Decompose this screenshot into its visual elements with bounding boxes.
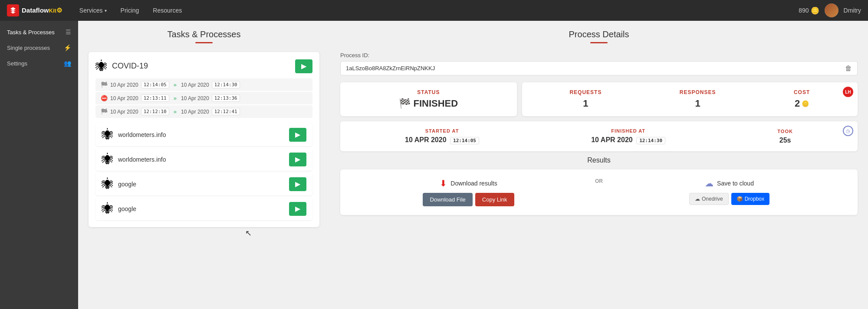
list-icon: ☰ xyxy=(66,29,71,36)
cloud-header: ☁ Save to cloud xyxy=(705,178,754,189)
run-subtask-button[interactable]: ▶ xyxy=(289,202,306,216)
error-icon: ⛔ xyxy=(101,95,108,101)
list-item[interactable]: 🕷 worldometers.info ▶ xyxy=(95,148,312,171)
proc-date1: 10 Apr 2020 xyxy=(110,95,138,101)
responses-metric: RESPONSES 1 xyxy=(680,89,716,109)
results-title: Results xyxy=(340,156,858,164)
cost-label: COST xyxy=(794,89,810,95)
avatar-image xyxy=(825,3,838,17)
finished-at-item: FINISHED AT 10 APR 2020 12:14:30 xyxy=(591,128,665,144)
nav-services[interactable]: Services ▾ xyxy=(72,0,114,21)
stats-row: STATUS 🏁 FINISHED LH REQUESTS 1 RESPONSE… xyxy=(340,82,858,116)
dropbox-icon: 📦 xyxy=(736,196,743,202)
avatar[interactable] xyxy=(825,3,838,17)
sub-task-name: google xyxy=(118,181,136,188)
cloud-icon: ☁ xyxy=(705,178,713,189)
requests-label: REQUESTS xyxy=(569,89,602,95)
bolt-icon: ⚡ xyxy=(64,44,71,51)
run-subtask-button[interactable]: ▶ xyxy=(289,177,306,191)
left-panel-underline xyxy=(195,42,213,43)
sidebar-item-single-processes[interactable]: Single processes ⚡ xyxy=(0,40,78,55)
sidebar-single-label: Single processes xyxy=(7,45,50,51)
finished-at-time: 12:14:30 xyxy=(636,137,665,144)
run-subtask-button[interactable]: ▶ xyxy=(289,153,306,166)
status-label: STATUS xyxy=(417,89,440,95)
dropbox-button[interactable]: 📦 Dropbox xyxy=(731,193,769,205)
proc-time1: 12:14:05 xyxy=(141,81,169,88)
responses-label: RESPONSES xyxy=(680,89,716,95)
arrow-icon: » xyxy=(174,108,177,115)
sidebar-item-settings[interactable]: Settings 👥 xyxy=(0,55,78,71)
cloud-buttons: ☁ Onedrive 📦 Dropbox xyxy=(689,193,769,205)
proc-time2: 12:14:30 xyxy=(212,81,240,88)
requests-value: 1 xyxy=(569,98,602,109)
cost-metric: COST 2 🪙 xyxy=(794,89,810,109)
table-row[interactable]: ⛔ 10 Apr 2020 12:13:11 » 10 Apr 2020 12:… xyxy=(95,92,312,104)
top-navigation: DataflowKit⚙ Services ▾ Pricing Resource… xyxy=(0,0,868,21)
flag-icon: 🏁 xyxy=(101,81,108,88)
sidebar-item-tasks-processes[interactable]: Tasks & Processes ☰ xyxy=(0,24,78,40)
or-divider: OR xyxy=(588,178,610,184)
status-text: FINISHED xyxy=(413,98,458,109)
proc-date2: 10 Apr 2020 xyxy=(181,95,209,101)
cost-coin-icon: 🪙 xyxy=(802,100,809,107)
list-item[interactable]: 🕷 google ▶ xyxy=(95,172,312,195)
sub-tasks-list: 🕷 worldometers.info ▶ 🕷 worldometers.inf… xyxy=(95,123,312,220)
left-panel-title: Tasks & Processes xyxy=(89,29,319,39)
task-name: COVID-19 xyxy=(112,62,148,71)
credits-value: 890 xyxy=(799,7,809,14)
started-at-label: STARTED AT xyxy=(405,128,479,133)
started-at-item: STARTED AT 10 APR 2020 12:14:05 xyxy=(405,128,479,144)
copy-link-button[interactable]: Copy Link xyxy=(475,193,514,206)
logo-text: DataflowKit⚙ xyxy=(22,7,62,14)
cost-value: 2 🪙 xyxy=(794,98,810,109)
process-id-delete-button[interactable]: 🗑 xyxy=(840,61,858,75)
logo-icon xyxy=(7,4,19,16)
proc-time2: 12:12:41 xyxy=(212,108,240,115)
metrics-card: LH REQUESTS 1 RESPONSES 1 COST 2 🪙 xyxy=(522,82,858,116)
onedrive-button[interactable]: ☁ Onedrive xyxy=(689,193,729,205)
logo-gear: ⚙ xyxy=(56,7,62,14)
results-inner: ⬇ Download results Download File Copy Li… xyxy=(349,178,849,206)
spider-icon: 🕷 xyxy=(102,127,114,142)
right-panel: Process Details Process ID: 🗑 STATUS 🏁 F… xyxy=(330,21,868,309)
download-title: Download results xyxy=(450,180,497,187)
took-value: 25s xyxy=(777,137,793,144)
cloud-title: Save to cloud xyxy=(717,180,754,187)
table-row[interactable]: 🏁 10 Apr 2020 12:14:05 » 10 Apr 2020 12:… xyxy=(95,78,312,91)
process-id-label: Process ID: xyxy=(340,52,858,59)
proc-time1: 12:12:10 xyxy=(141,108,169,115)
nav-pricing[interactable]: Pricing xyxy=(114,0,146,21)
process-rows: 🏁 10 Apr 2020 12:14:05 » 10 Apr 2020 12:… xyxy=(95,78,312,118)
run-task-button[interactable]: ▶ xyxy=(295,59,312,73)
download-section: ⬇ Download results Download File Copy Li… xyxy=(349,178,588,206)
flag-icon: 🏁 xyxy=(101,108,108,115)
sub-task-name: google xyxy=(118,205,136,212)
sidebar-tasks-label: Tasks & Processes xyxy=(7,29,55,36)
list-item[interactable]: 🕷 worldometers.info ▶ xyxy=(95,123,312,146)
spider-icon: 🕷 xyxy=(95,59,108,73)
task-header: 🕷 COVID-19 ▶ xyxy=(95,59,312,73)
logo-kit: Kit xyxy=(49,7,56,14)
cloud-section: ☁ Save to cloud ☁ Onedrive 📦 D xyxy=(610,178,849,205)
proc-date1: 10 Apr 2020 xyxy=(110,109,138,115)
main-layout: Tasks & Processes ☰ Single processes ⚡ S… xyxy=(0,21,868,309)
table-row[interactable]: 🏁 10 Apr 2020 12:12:10 » 10 Apr 2020 12:… xyxy=(95,105,312,118)
finished-at-value: 10 APR 2020 12:14:30 xyxy=(591,136,665,144)
sidebar-settings-label: Settings xyxy=(7,60,27,67)
run-subtask-button[interactable]: ▶ xyxy=(289,128,306,142)
timeline-card: ◷ STARTED AT 10 APR 2020 12:14:05 FINISH… xyxy=(340,121,858,151)
users-icon: 👥 xyxy=(64,60,71,67)
spider-icon: 🕷 xyxy=(102,202,114,216)
download-file-button[interactable]: Download File xyxy=(423,193,472,206)
results-card: ⬇ Download results Download File Copy Li… xyxy=(340,169,858,215)
lh-badge: LH xyxy=(843,87,853,97)
nav-resources[interactable]: Resources xyxy=(146,0,189,21)
download-buttons: Download File Copy Link xyxy=(423,193,514,206)
list-item[interactable]: 🕷 google ▶ xyxy=(95,197,312,220)
or-label: OR xyxy=(595,178,603,184)
proc-time2: 12:13:36 xyxy=(212,94,240,102)
process-id-input[interactable] xyxy=(340,61,840,75)
logo-area[interactable]: DataflowKit⚙ xyxy=(7,4,62,16)
requests-metric: REQUESTS 1 xyxy=(569,89,602,109)
